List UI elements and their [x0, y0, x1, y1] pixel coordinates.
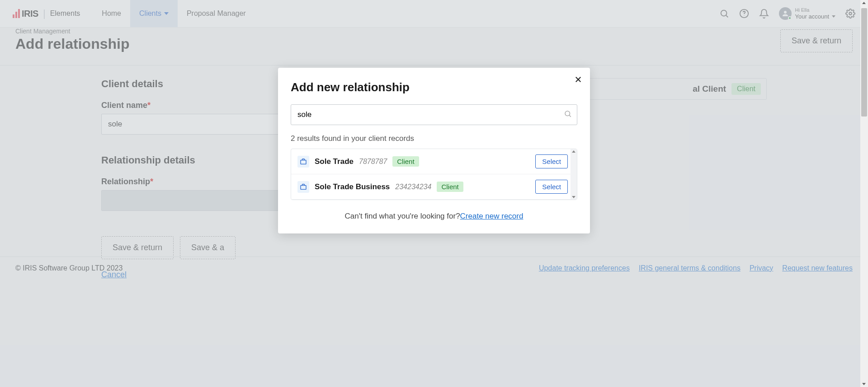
results-count: 2 results found in your client records	[291, 134, 577, 143]
search-input[interactable]	[291, 104, 577, 125]
briefcase-icon	[297, 156, 309, 168]
svg-point-7	[565, 111, 570, 116]
scrollbar-thumb[interactable]	[861, 8, 867, 117]
search-icon	[564, 110, 572, 120]
result-row: Sole Trade Business 234234234 Client Sel…	[291, 174, 577, 200]
result-badge: Client	[392, 156, 419, 167]
scroll-up-icon[interactable]	[862, 2, 866, 4]
modal-footer-text: Can't find what you're looking for?Creat…	[291, 212, 577, 221]
result-id: 7878787	[359, 158, 387, 166]
results-list: Sole Trade 7878787 Client Select Sole Tr…	[291, 149, 577, 200]
result-badge: Client	[437, 182, 463, 192]
briefcase-icon	[297, 181, 309, 193]
close-icon[interactable]	[573, 74, 584, 85]
result-name: Sole Trade	[315, 157, 354, 166]
add-relationship-modal: Add new relationship 2 results found in …	[278, 68, 590, 233]
result-name: Sole Trade Business	[315, 182, 390, 191]
scroll-down-icon[interactable]	[862, 383, 866, 385]
svg-rect-9	[301, 160, 306, 164]
result-row: Sole Trade 7878787 Client Select	[291, 149, 577, 174]
select-button[interactable]: Select	[535, 154, 568, 168]
result-id: 234234234	[395, 183, 431, 191]
select-button[interactable]: Select	[535, 180, 568, 194]
page-scrollbar[interactable]	[860, 0, 868, 387]
create-new-record-link[interactable]: Create new record	[460, 212, 524, 220]
svg-line-8	[569, 115, 571, 117]
scroll-down-icon[interactable]	[572, 196, 576, 198]
list-scrollbar[interactable]	[571, 149, 577, 200]
svg-rect-10	[301, 185, 306, 189]
modal-title: Add new relationship	[291, 80, 577, 94]
scroll-up-icon[interactable]	[572, 150, 576, 153]
